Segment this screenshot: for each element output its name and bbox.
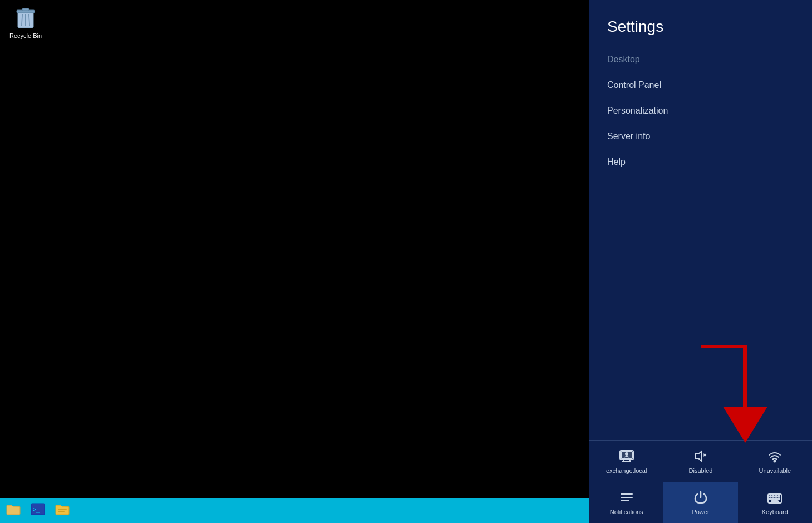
desktop	[0, 0, 589, 498]
monitor-icon	[619, 448, 634, 464]
svg-rect-6	[7, 506, 20, 515]
notifications-label: Notifications	[610, 509, 643, 515]
exchange-local-cell[interactable]: exchange.local	[589, 441, 663, 482]
power-cell[interactable]: Power	[663, 482, 737, 523]
svg-rect-11	[58, 511, 65, 512]
settings-desktop[interactable]: Desktop	[607, 47, 794, 72]
settings-personalization[interactable]: Personalization	[607, 98, 794, 124]
svg-text:>_: >_	[33, 506, 40, 513]
settings-server-info[interactable]: Server info	[607, 124, 794, 149]
wifi-icon	[767, 448, 783, 464]
svg-rect-32	[775, 498, 777, 500]
svg-rect-34	[771, 501, 778, 502]
settings-panel: Settings Desktop Control Panel Personali…	[589, 0, 812, 523]
notifications-icon	[619, 490, 634, 505]
sound-cell[interactable]: Disabled	[663, 441, 737, 482]
speaker-icon	[693, 448, 708, 464]
taskbar-powershell[interactable]: >_	[27, 501, 49, 521]
svg-rect-10	[58, 509, 67, 510]
svg-point-17	[626, 453, 628, 455]
svg-line-5	[29, 14, 29, 26]
settings-menu: Desktop Control Panel Personalization Se…	[589, 47, 812, 440]
power-label: Power	[692, 509, 709, 515]
taskbar-folder[interactable]	[51, 501, 73, 521]
wifi-cell[interactable]: Unavailable	[738, 441, 812, 482]
svg-line-3	[22, 14, 22, 26]
keyboard-icon	[767, 490, 783, 505]
settings-bottom-grid: exchange.local Disabled Unavailable	[589, 441, 812, 523]
svg-rect-2	[22, 8, 29, 11]
svg-rect-27	[772, 496, 774, 497]
svg-rect-9	[56, 506, 69, 515]
recycle-bin-icon[interactable]: Recycle Bin	[6, 6, 46, 39]
folder-icon	[55, 503, 70, 519]
powershell-icon: >_	[31, 503, 45, 519]
svg-rect-26	[770, 496, 771, 497]
svg-rect-31	[772, 498, 774, 500]
svg-marker-18	[695, 451, 702, 461]
taskbar-file-explorer[interactable]	[2, 501, 24, 521]
svg-rect-33	[778, 498, 780, 500]
svg-rect-30	[770, 498, 771, 500]
settings-title: Settings	[589, 0, 812, 47]
power-icon	[693, 490, 708, 505]
svg-point-21	[774, 461, 776, 462]
file-explorer-icon	[6, 503, 21, 519]
svg-rect-29	[778, 496, 780, 497]
exchange-local-label: exchange.local	[606, 467, 647, 474]
settings-help[interactable]: Help	[607, 149, 794, 175]
taskbar: >_	[0, 498, 589, 523]
sound-label: Disabled	[689, 467, 713, 474]
notifications-cell[interactable]: Notifications	[589, 482, 663, 523]
svg-rect-28	[775, 496, 777, 497]
keyboard-cell[interactable]: Keyboard	[738, 482, 812, 523]
wifi-label: Unavailable	[759, 467, 791, 474]
recycle-bin-image	[14, 6, 37, 30]
recycle-bin-label: Recycle Bin	[9, 32, 42, 39]
settings-control-panel[interactable]: Control Panel	[607, 72, 794, 98]
keyboard-label: Keyboard	[762, 509, 788, 515]
